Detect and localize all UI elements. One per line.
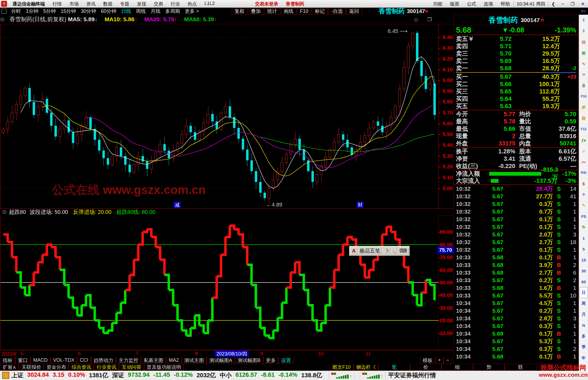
period-30分钟[interactable]: 30分钟 <box>78 8 99 14</box>
tab-测试幅图A[interactable]: 测试幅图A <box>207 357 235 364</box>
tick-row[interactable]: 10:325.670.1万S1 <box>454 215 578 223</box>
tab-联[interactable]: 联 <box>505 364 536 371</box>
menu-item-数据[interactable]: 数据 <box>99 1 116 7</box>
period-multi-icon[interactable]: 多 <box>580 331 588 342</box>
tab-行业资讯[interactable]: 行业资讯 <box>94 364 119 371</box>
flow-icon-icon[interactable]: 🗗 <box>580 102 588 113</box>
docs-icon-icon[interactable]: ≣ <box>580 80 588 91</box>
ime-punct-icon[interactable]: ·, <box>391 247 397 254</box>
tab-互动问答[interactable]: 互动问答 <box>119 364 144 371</box>
rsi-icon-icon[interactable]: RSI <box>580 167 588 178</box>
back-arrow-icon[interactable]: ⇦ <box>581 8 586 15</box>
login-status[interactable]: 交易未登录 <box>251 1 282 7</box>
ime-mode-icon[interactable]: ☽ <box>382 247 390 254</box>
toolbar-button-画线[interactable]: 画线 <box>281 8 296 14</box>
period-1-icon[interactable]: 1 <box>580 233 588 244</box>
tick-row[interactable]: 10:335.675.5万S10 <box>454 292 578 299</box>
tab-−[interactable]: − <box>443 357 452 364</box>
period-60-icon[interactable]: 60 <box>580 276 588 287</box>
period-日线[interactable]: 日线 <box>119 8 133 14</box>
period-30-icon[interactable]: 30 <box>580 265 588 276</box>
toolbar-button-返回[interactable]: 返回 <box>346 8 362 14</box>
menu-item-L1L2[interactable]: L1L2 <box>201 1 219 7</box>
tab-综合资讯[interactable]: 综合资讯 <box>69 364 94 371</box>
menu-item-帮助[interactable]: 帮助 <box>497 1 514 7</box>
ask-row[interactable]: 卖五￥5.7215.2万 <box>454 35 578 42</box>
tab-模板[interactable]: 模板 <box>420 357 435 364</box>
indicator-pane[interactable] <box>0 215 439 350</box>
main-chart-pane[interactable] <box>0 24 439 209</box>
wave-icon-icon[interactable]: 〰 <box>580 156 588 167</box>
tab-侧边栏《[interactable]: 侧边栏《 <box>353 364 378 371</box>
f12-icon-icon[interactable]: F12 <box>580 124 588 135</box>
circle-icon-icon[interactable]: ○ <box>580 145 588 156</box>
menu-item-发现[interactable]: 发现 <box>133 1 150 7</box>
tick-row[interactable]: 10:345.670.3万S1 <box>454 322 578 330</box>
menu-item-公式[interactable]: 公式 <box>463 1 480 7</box>
tab-资金分布[interactable]: 资金分布 <box>44 364 69 371</box>
tab-+[interactable]: + <box>435 357 444 364</box>
bid-row[interactable]: 买一5.6740.3万+23 <box>454 73 578 80</box>
tick-row[interactable]: 10:335.682.7万B6 <box>454 269 578 276</box>
indicator-collapse-icon[interactable]: ⊙ <box>2 209 7 215</box>
tab-主力监控[interactable]: 主力监控 <box>116 357 141 364</box>
tick-row[interactable]: 10:345.674.5万S1 <box>454 299 578 307</box>
tab-笔[interactable]: 笔 <box>378 364 410 371</box>
tick-row[interactable]: 10:345.680.1万B1 <box>454 353 578 360</box>
menu-item-行业[interactable]: 行业 <box>167 1 184 7</box>
tab-势[interactable]: 势 <box>473 364 505 371</box>
main-candlestick-chart[interactable] <box>1 24 438 208</box>
ime-style-button[interactable]: A <box>350 247 357 254</box>
menu-item-专题[interactable]: 专题 <box>116 1 133 7</box>
app-logo-icon[interactable]: ⚡ <box>1 1 7 7</box>
tick-row[interactable]: 10:345.680.1万B1 <box>454 330 578 338</box>
ask-row[interactable]: 卖二5.6916.5万 <box>454 57 578 65</box>
toolbar-button-统计[interactable]: 统计 <box>264 8 280 14</box>
toolbar-button-复权[interactable]: 复权 <box>232 8 247 14</box>
tick-row[interactable]: 10:325.670.3万S1 <box>454 200 578 208</box>
tab-关联报价[interactable]: 关联报价 <box>19 364 44 371</box>
tab-窗口[interactable]: 窗口 <box>15 357 30 364</box>
menu-item-功能[interactable]: 功能 <box>429 1 446 7</box>
tab-扩展∧[interactable]: 扩展∧ <box>0 364 19 371</box>
menu-item-选项[interactable]: 选项 <box>480 1 497 7</box>
tick-row[interactable]: 10:325.670.7万S1 <box>454 208 578 215</box>
tick-row[interactable]: 10:325.670.1万S1 <box>454 246 578 254</box>
scroll-up-icon-icon[interactable]: ⇧ <box>580 15 588 26</box>
tab-私募主图[interactable]: 私募主图 <box>141 357 166 364</box>
bid-row[interactable]: 买三5.65112.8万 <box>454 88 578 95</box>
period-多周期[interactable]: 多周期 <box>163 8 182 14</box>
tick-row[interactable]: 10:335.681.6万B1 <box>454 284 578 292</box>
tab-设置[interactable]: 设置 <box>278 357 294 364</box>
zixuan-icon-icon[interactable]: 自 <box>580 113 588 124</box>
ime-keyboard-icon[interactable]: ⌨ <box>398 247 408 254</box>
period-15分钟[interactable]: 15分钟 <box>58 8 78 14</box>
restore-button[interactable]: ❐ <box>567 1 578 7</box>
event-flag-财[interactable]: 财 <box>357 202 364 208</box>
tab-CCI[interactable]: CCI <box>77 357 91 364</box>
ime-name-label[interactable]: 极品五笔 <box>358 247 382 254</box>
tab-VOL-TDX[interactable]: VOL-TDX <box>50 357 77 364</box>
mini-bars-2[interactable]: ↑ <box>360 372 385 379</box>
tick-row[interactable]: 10:335.680.1万B1 <box>454 254 578 261</box>
mini-bars-1[interactable]: ↑ <box>329 372 354 379</box>
tab-MA2[interactable]: MA2 <box>166 357 182 364</box>
oscillator-chart[interactable] <box>1 215 438 350</box>
period-day-icon[interactable]: 日 <box>580 287 588 298</box>
period-5分钟[interactable]: 5分钟 <box>41 8 58 14</box>
tick-row[interactable]: 10:325.670.1万S1 <box>454 223 578 231</box>
period-1分钟[interactable]: 1分钟 <box>23 8 41 14</box>
bid-row[interactable]: 买四5.6455.2万 <box>454 95 578 102</box>
back-button[interactable]: ❮ <box>548 1 558 7</box>
active-stock-label[interactable]: 香雪制药 <box>282 1 308 7</box>
move-icon-icon[interactable]: ✛ <box>580 189 588 200</box>
formula-icon-icon[interactable]: ƒx <box>580 135 588 145</box>
tick-row[interactable]: 10:325.6727.7万S41 <box>454 193 578 200</box>
period-周线[interactable]: 周线 <box>133 8 148 14</box>
tick-row[interactable]: 10:345.670.3万S2 <box>454 345 578 353</box>
tab-普及版功能说明[interactable]: 普及版功能说明 <box>144 364 184 371</box>
tick-row[interactable]: 10:335.670.2万S2 <box>454 276 578 284</box>
event-flag-减[interactable]: 减 <box>174 202 181 208</box>
tab-更多[interactable]: 更多 <box>263 357 278 364</box>
tick-list[interactable]: 10:325.6728.4万S1410:325.6727.7万S4110:325… <box>454 185 578 360</box>
